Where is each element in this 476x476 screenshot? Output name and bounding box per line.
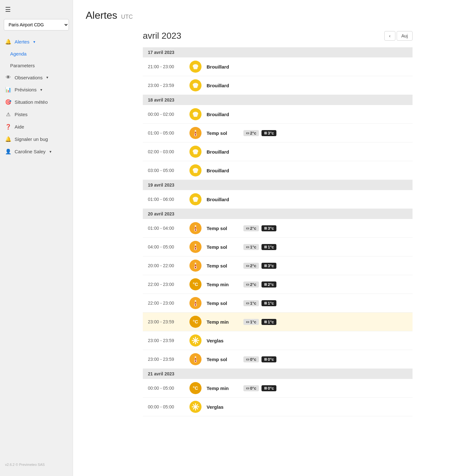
sidebar-item-pistes[interactable]: ⚠ Pistes	[0, 108, 73, 121]
bug-icon: 🔔	[5, 136, 11, 142]
alert-time: 22:00 - 23:00	[148, 282, 184, 287]
svg-rect-30	[195, 246, 196, 248]
alert-row[interactable]: 23:00 - 23:59 Temp sol▭0°c⊞0°c	[143, 350, 413, 369]
badge-light: ▭0°c	[243, 356, 259, 362]
alert-name: Temp sol	[207, 263, 238, 268]
today-button[interactable]: Auj	[397, 31, 413, 41]
target-icon: 🎯	[5, 99, 11, 105]
badge-icon: ⊞	[264, 282, 267, 287]
alert-row[interactable]: 01:00 - 06:00 Brouillard	[143, 190, 413, 209]
badge-value: 0°c	[250, 386, 256, 391]
badge-icon: ▭	[246, 386, 249, 390]
alert-icon-fog	[189, 164, 202, 176]
alert-icon-temp	[189, 260, 202, 272]
alert-name: Temp sol	[207, 226, 238, 231]
sidebar-item-previsions[interactable]: 📊 Prévisions ▾	[0, 83, 73, 96]
svg-point-0	[193, 64, 198, 68]
sidebar: ☰ Paris Airport CDG Paris Orly Lyon Sain…	[0, 0, 73, 476]
page-subtitle: UTC	[121, 14, 133, 20]
svg-rect-55	[195, 358, 196, 360]
chevron-down-icon: ▾	[33, 40, 35, 44]
alert-name: Temp min	[207, 282, 238, 287]
sidebar-item-alertes-label: Alertes	[15, 39, 30, 44]
alert-row[interactable]: 22:00 - 23:00 Temp sol▭1°c⊞1°c	[143, 294, 413, 313]
alert-row[interactable]: 04:00 - 05:00 Temp sol▭1°c⊞1°c	[143, 238, 413, 256]
badge-dark: ⊞0°c	[261, 385, 277, 391]
alert-time: 03:00 - 05:00	[148, 168, 184, 173]
alert-row[interactable]: 02:00 - 03:00 Brouillard	[143, 142, 413, 161]
badge-value: 2°c	[250, 226, 256, 231]
alert-row[interactable]: 00:00 - 05:00 Verglas	[143, 398, 413, 416]
badge-icon: ▭	[246, 264, 249, 268]
svg-point-52	[198, 340, 199, 341]
svg-point-51	[192, 340, 193, 341]
badge-dark: ⊞2°c	[261, 281, 277, 288]
alert-row[interactable]: 22:00 - 23:00 °C Temp min▭2°c⊞2°c	[143, 275, 413, 294]
badge-light: ▭1°c	[243, 319, 259, 325]
alert-row[interactable]: 20:00 - 22:00 Temp sol▭2°c⊞3°c	[143, 256, 413, 275]
badge-icon: ▭	[246, 226, 249, 230]
alert-icon-temp	[189, 127, 202, 139]
sidebar-item-bug-label: Signaler un bug	[15, 136, 48, 142]
alert-time: 01:00 - 04:00	[148, 226, 184, 231]
airport-select[interactable]: Paris Airport CDG Paris Orly Lyon Saint-…	[4, 19, 69, 30]
alert-row[interactable]: 23:00 - 23:59 Brouillard	[143, 76, 413, 95]
badge-value: 3°c	[268, 226, 274, 231]
day-header-3: 20 avril 2023	[143, 209, 413, 219]
sidebar-item-pistes-label: Pistes	[15, 112, 28, 117]
alert-time: 21:00 - 23:00	[148, 64, 184, 69]
sidebar-item-parameters-label: Parameters	[10, 63, 35, 68]
sidebar-item-user[interactable]: 👤 Caroline Saley ▾	[0, 145, 73, 158]
alert-row[interactable]: 01:00 - 05:00 Temp sol▭2°c⊞3°c	[143, 124, 413, 142]
badge-value: 0°c	[268, 386, 274, 391]
svg-rect-11	[195, 132, 196, 134]
alert-row[interactable]: 23:00 - 23:59 Verglas	[143, 331, 413, 350]
sidebar-item-parameters[interactable]: Parameters	[0, 60, 73, 71]
badge-value: 1°c	[268, 245, 274, 249]
help-icon: ❓	[5, 124, 11, 130]
sidebar-item-observations[interactable]: 👁 Observations ▾	[0, 71, 73, 83]
svg-point-13	[195, 134, 196, 136]
badge-icon: ▭	[246, 245, 249, 249]
alert-name: Temp sol	[207, 130, 238, 136]
badge-light: ▭2°c	[243, 225, 259, 231]
badge-icon: ▭	[246, 320, 249, 324]
page-header: Alertes UTC	[86, 10, 463, 21]
alert-name: Verglas	[207, 338, 238, 343]
alert-row[interactable]: 01:00 - 04:00 Temp sol▭2°c⊞3°c	[143, 219, 413, 238]
alert-name: Brouillard	[207, 64, 238, 69]
svg-point-57	[195, 360, 196, 362]
alerts-container: 17 avril 202321:00 - 23:00 Brouillard23:…	[143, 47, 413, 416]
badge-value: 2°c	[250, 263, 256, 268]
alert-badges: ▭0°c⊞0°c	[243, 385, 276, 391]
prev-month-button[interactable]: ‹	[384, 31, 395, 41]
badge-dark: ⊞1°c	[261, 244, 277, 250]
month-buttons: ‹ Auj	[384, 31, 413, 41]
month-nav: avril 2023 ‹ Auj	[143, 31, 413, 41]
chevron-down-icon-prev: ▾	[40, 88, 42, 92]
sidebar-item-situation[interactable]: 🎯 Situation météo	[0, 96, 73, 108]
sidebar-item-observations-label: Observations	[15, 75, 43, 80]
sidebar-item-agenda[interactable]: Agenda	[0, 48, 73, 60]
alert-row[interactable]: 03:00 - 05:00 Brouillard	[143, 161, 413, 180]
badge-value: 3°c	[268, 263, 274, 268]
alert-icon-fog	[189, 79, 202, 91]
badge-icon: ⊞	[264, 131, 267, 135]
alert-time: 02:00 - 03:00	[148, 149, 184, 154]
sidebar-item-alertes[interactable]: 🔔 Alertes ▾	[0, 36, 73, 48]
badge-value: 1°c	[250, 245, 256, 249]
sidebar-item-bug[interactable]: 🔔 Signaler un bug	[0, 133, 73, 145]
alert-name: Temp min	[207, 386, 238, 391]
alert-name: Brouillard	[207, 149, 238, 155]
sidebar-item-aide[interactable]: ❓ Aide	[0, 121, 73, 133]
badge-icon: ⊞	[264, 301, 267, 305]
alert-row[interactable]: 23:00 - 23:59 °C Temp min▭1°c⊞1°c	[143, 313, 413, 331]
alert-row[interactable]: 00:00 - 05:00 °C Temp min▭0°c⊞0°c	[143, 379, 413, 398]
svg-rect-25	[195, 227, 196, 229]
alert-time: 23:00 - 23:59	[148, 357, 184, 362]
hamburger-button[interactable]: ☰	[0, 0, 73, 19]
alert-row[interactable]: 00:00 - 02:00 Brouillard	[143, 105, 413, 124]
alert-row[interactable]: 21:00 - 23:00 Brouillard	[143, 57, 413, 76]
alert-icon-fog	[189, 108, 202, 120]
badge-dark: ⊞3°c	[261, 263, 277, 269]
